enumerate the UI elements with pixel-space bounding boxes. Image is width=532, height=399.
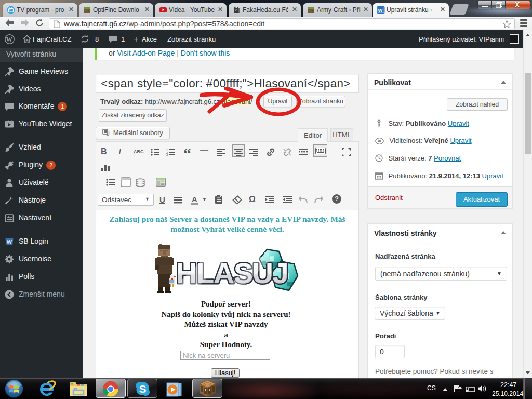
svg-text:W: W bbox=[6, 36, 12, 43]
svg-text:W: W bbox=[378, 7, 383, 13]
svg-text:3: 3 bbox=[166, 153, 168, 156]
svg-text:S: S bbox=[139, 383, 147, 395]
